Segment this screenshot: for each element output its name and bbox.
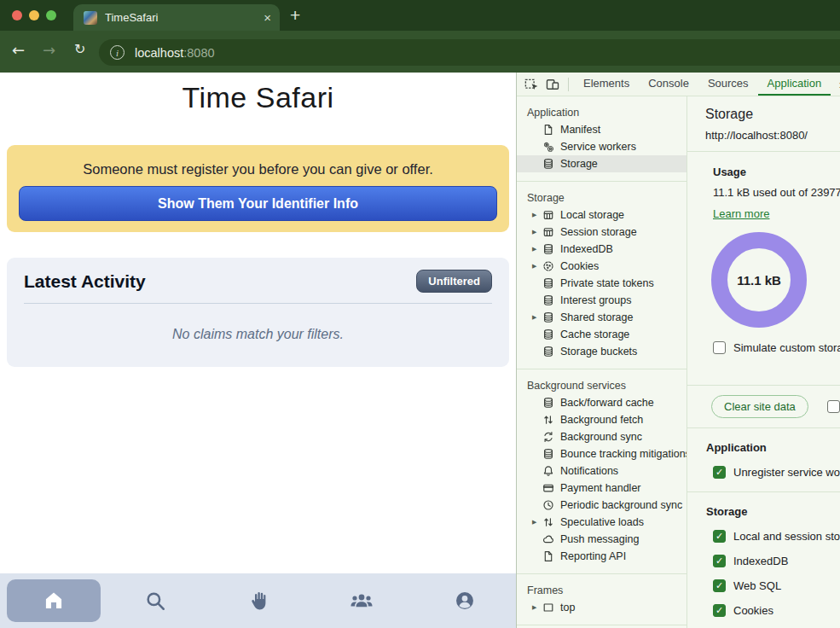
tree-item-notifications[interactable]: Notifications — [517, 462, 686, 480]
page-title: Time Safari — [0, 81, 516, 114]
nav-item-profile[interactable] — [413, 590, 516, 612]
tree-item-interest-groups[interactable]: Interest groups — [517, 292, 686, 309]
unfiltered-button[interactable]: Unfiltered — [416, 270, 492, 293]
nav-item-contacts[interactable] — [310, 590, 413, 612]
tree-item-private-state-tokens[interactable]: Private state tokens — [517, 275, 686, 292]
tree-item-payment-handler[interactable]: Payment handler — [517, 480, 686, 497]
arrows-icon — [542, 414, 554, 426]
database-icon — [542, 158, 554, 170]
tree-item-bounce-tracking-mitigations[interactable]: Bounce tracking mitigations — [517, 445, 686, 462]
back-icon[interactable]: ← — [12, 41, 25, 59]
tree-item-indexeddb[interactable]: ▶IndexedDB — [517, 241, 686, 258]
latest-activity-card: Latest Activity Unfiltered No claims mat… — [7, 258, 509, 367]
cookie-icon — [542, 260, 554, 272]
browser-toolbar: ← → ↻ i localhost:8080 — [0, 31, 840, 73]
tree-item-label: Local storage — [560, 209, 624, 221]
raised-hand-icon — [248, 590, 269, 612]
devtools-tab-console[interactable]: Console — [639, 73, 698, 96]
tree-item-periodic-background-sync[interactable]: Periodic background sync — [517, 497, 686, 514]
expander-icon[interactable]: ▶ — [532, 246, 542, 253]
browser-tab[interactable]: TimeSafari × — [73, 4, 280, 31]
clear-site-data-button[interactable]: Clear site data — [711, 395, 808, 418]
nav-item-home[interactable] — [0, 579, 103, 622]
tree-item-service-workers[interactable]: Service workers — [517, 138, 686, 155]
traffic-light-zoom[interactable] — [46, 10, 56, 20]
expander-icon[interactable]: ▶ — [532, 519, 542, 526]
devtools-tab-elements[interactable]: Elements — [574, 73, 639, 96]
home-icon — [43, 590, 65, 612]
tree-item-local-storage[interactable]: ▶Local storage — [517, 206, 686, 224]
search-icon — [144, 590, 166, 612]
expander-icon[interactable]: ▶ — [532, 263, 542, 270]
checkbox-web-sql[interactable]: ✓ — [713, 579, 726, 592]
tree-item-back-forward-cache[interactable]: Back/forward cache — [517, 394, 686, 411]
tree-item-background-sync[interactable]: Background sync — [517, 428, 686, 445]
traffic-light-close[interactable] — [12, 10, 22, 20]
tree-item-label: Manifest — [560, 124, 600, 136]
check-row-unregister-service-workers[interactable]: ✓Unregister service workers — [713, 466, 840, 479]
expander-icon[interactable]: ▶ — [532, 229, 542, 236]
panel-origin: http://localhost:8080/ — [705, 129, 840, 142]
tree-item-session-storage[interactable]: ▶Session storage — [517, 224, 686, 241]
include-cookies-checkbox[interactable] — [827, 400, 840, 413]
checkbox-cookies[interactable]: ✓ — [713, 604, 726, 617]
learn-more-link[interactable]: Learn more — [713, 207, 769, 220]
tree-item-shared-storage[interactable]: ▶Shared storage — [517, 309, 686, 326]
tab-title: TimeSafari — [105, 11, 264, 24]
tree-item-speculative-loads[interactable]: ▶Speculative loads — [517, 514, 686, 531]
nav-item-search[interactable] — [103, 590, 206, 612]
table-icon — [542, 226, 554, 238]
new-tab-button[interactable]: + — [290, 5, 300, 26]
devtools-tabbar: ElementsConsoleSourcesApplication » — [517, 73, 840, 96]
traffic-light-minimize[interactable] — [29, 10, 39, 20]
tree-item-storage-buckets[interactable]: Storage buckets — [517, 343, 686, 360]
card-icon — [542, 482, 554, 494]
tree-item-top[interactable]: ▶top — [517, 599, 686, 616]
device-toolbar-icon[interactable] — [546, 78, 561, 91]
expander-icon[interactable]: ▶ — [532, 314, 542, 321]
cloud-icon — [542, 533, 554, 545]
forward-icon[interactable]: → — [43, 41, 55, 59]
inspect-element-icon[interactable] — [524, 78, 540, 91]
tree-item-cache-storage[interactable]: Cache storage — [517, 326, 686, 343]
include-cookies-row[interactable]: including third-party cookies — [827, 400, 840, 413]
reload-icon[interactable]: ↻ — [74, 41, 85, 57]
simulate-quota-row[interactable]: Simulate custom storage quota — [713, 341, 840, 354]
check-row-cookies[interactable]: ✓Cookies — [713, 604, 840, 617]
database-icon — [542, 346, 554, 358]
checkbox-local-and-session-storage[interactable]: ✓ — [713, 530, 726, 543]
storage-section-title: Storage — [706, 505, 840, 518]
database-icon — [542, 277, 554, 289]
tree-item-label: Cookies — [560, 260, 599, 272]
site-info-icon[interactable]: i — [110, 45, 125, 60]
show-identifier-button[interactable]: Show Them Your Identifier Info — [19, 186, 497, 221]
check-row-local-and-session-storage[interactable]: ✓Local and session storage — [713, 530, 840, 543]
simulate-quota-checkbox[interactable] — [713, 341, 726, 354]
tree-item-manifest[interactable]: Manifest — [517, 121, 686, 138]
url-port: :8080 — [183, 46, 214, 60]
devtools-tab-sources[interactable]: Sources — [698, 73, 758, 96]
tabbar-divider — [568, 78, 569, 91]
tree-item-label: Background fetch — [560, 414, 643, 426]
usage-donut-chart: 11.1 kB — [711, 232, 807, 328]
devtools-tab-application[interactable]: Application — [758, 73, 831, 96]
expander-icon[interactable]: ▶ — [532, 212, 542, 218]
tree-item-background-fetch[interactable]: Background fetch — [517, 411, 686, 428]
check-row-web-sql[interactable]: ✓Web SQL — [713, 579, 840, 592]
tree-item-label: Storage — [560, 158, 598, 170]
checkbox-unregister-service-workers[interactable]: ✓ — [713, 466, 726, 479]
tab-favicon — [84, 11, 97, 25]
tree-item-label: Notifications — [560, 465, 618, 477]
nav-item-offers[interactable] — [206, 590, 310, 612]
tree-item-push-messaging[interactable]: Push messaging — [517, 531, 686, 548]
tree-section-title: Application — [517, 104, 686, 121]
tree-section-title: Storage — [517, 189, 686, 206]
tab-close-icon[interactable]: × — [264, 11, 271, 24]
checkbox-indexeddb[interactable]: ✓ — [713, 555, 726, 567]
tree-item-reporting-api[interactable]: Reporting API — [517, 548, 686, 565]
tree-item-storage[interactable]: Storage — [517, 155, 686, 172]
check-row-indexeddb[interactable]: ✓IndexedDB — [713, 555, 840, 567]
tree-item-cookies[interactable]: ▶Cookies — [517, 258, 686, 275]
expander-icon[interactable]: ▶ — [532, 604, 542, 611]
url-bar[interactable]: i localhost:8080 — [99, 39, 840, 66]
